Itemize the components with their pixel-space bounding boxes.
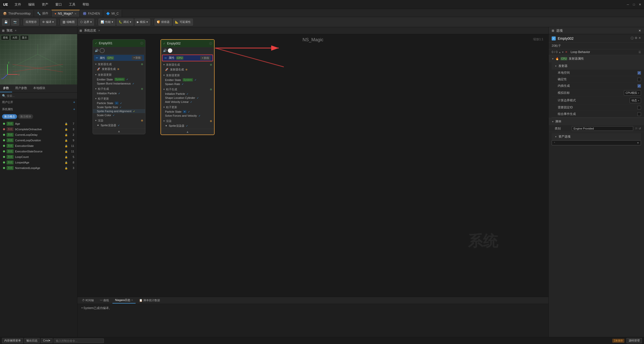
script-refresh-icon[interactable]: ↺	[639, 127, 641, 130]
add-stage-btn-002[interactable]: + 阶段	[200, 56, 211, 60]
node-empty001-particle-gen-header[interactable]: ▼ 粒子生成 ⊕	[93, 87, 145, 91]
bounds-mode-dropdown[interactable]: 动态 ▾	[630, 98, 641, 103]
bottom-tab-timeline[interactable]: ⏱ 时间轴	[79, 297, 96, 303]
bottom-tab-script-stats[interactable]: 📋 脚本统计数据	[137, 297, 163, 303]
script-section-header[interactable]: ▼ 脚本	[549, 118, 644, 125]
tab-local-module[interactable]: 本地模块	[30, 84, 48, 92]
loop-settings-icon[interactable]: ☰	[638, 51, 641, 54]
minimize-button[interactable]: ─	[626, 3, 630, 7]
tab-nsmagic[interactable]: ● NS_Magic* ✕	[52, 10, 80, 17]
node-empty002-expand-button[interactable]: ▲	[161, 129, 214, 135]
particle-gen-add-002[interactable]: ⊕	[210, 88, 212, 91]
emitter-info-icon[interactable]: ⓘ	[631, 36, 634, 40]
emitter-subsection-header[interactable]: ▼ 发射器	[552, 62, 644, 70]
user-public-add-button[interactable]: +	[73, 100, 75, 104]
preview-close-button[interactable]: ✕	[15, 29, 17, 32]
node-empty001-emitter-gen-header[interactable]: ▼ 发射器生成 ⊕	[93, 62, 145, 67]
counter-reset-button[interactable]: ✕	[565, 50, 568, 54]
niagara-log-close-icon[interactable]: ✕	[131, 299, 133, 302]
emitter-props-section-header[interactable]: ▼ 🔥 CPU 发射器属性	[549, 55, 644, 62]
node-empty002-emitter-gen-header[interactable]: ▼ 发射器生成 ⊕	[161, 62, 214, 67]
tab-fazhen[interactable]: 🎆 FAZHEN	[80, 10, 103, 17]
counter-up-button[interactable]: ▲	[558, 51, 561, 54]
tab-plugin[interactable]: 🔧 插件	[34, 10, 52, 17]
menu-help[interactable]: 帮助	[81, 1, 91, 8]
node-empty002-render-header[interactable]: ▼ 渲染 ⊕	[161, 119, 214, 123]
cmd-input[interactable]	[54, 338, 104, 343]
tab-user-params[interactable]: 用户参数	[12, 84, 30, 92]
tab-mic[interactable]: 🔷 MI_C	[103, 10, 122, 17]
node-empty002-emitter-update-header[interactable]: ▼ 发射器更新	[161, 73, 214, 78]
render-add-002[interactable]: ⊕	[210, 119, 212, 123]
bottom-content: • System已成功编译。	[77, 304, 548, 337]
save-button[interactable]: 💾	[2, 19, 10, 26]
concept-active-button[interactable]: 激活概念	[2, 114, 17, 119]
tab-nsmagic-close[interactable]: ✕	[74, 12, 76, 15]
particle-state-label-002: Particle State	[165, 110, 181, 113]
maximize-button[interactable]: □	[632, 3, 636, 7]
cmd-button[interactable]: Cmd▾	[41, 338, 53, 343]
emitter-gen-add-002[interactable]: ⊕	[210, 63, 212, 66]
compile-button[interactable]: ⚙ 编译 ▾	[40, 19, 56, 26]
node-empty002-particle-update-header[interactable]: ▼ 粒子更新	[161, 105, 214, 110]
preview-viewport[interactable]: 透视 光照 显示 X Z Y	[0, 34, 77, 84]
deterministic-checkbox[interactable]	[637, 78, 641, 81]
menu-file[interactable]: 文件	[13, 1, 23, 8]
node-empty001-attr-btn[interactable]: ✏ 属性 CPU + 阶段	[94, 55, 144, 61]
bottom-tab-niagara-log[interactable]: Niagara日志 ✕	[112, 297, 136, 304]
options-close-button[interactable]: ✕	[638, 29, 641, 32]
baker-button[interactable]: 🍞 烘焙器	[154, 19, 172, 26]
debug-button[interactable]: 🐛 调试 ▾	[116, 19, 134, 26]
node-empty002-particle-gen-header[interactable]: ▼ 粒子生成 ⊕	[161, 87, 214, 92]
node-empty002[interactable]: ✓ Empty002 ⓘ 🔊 ✏ 属性 CPU + 阶段	[160, 39, 215, 135]
bottom-tab-curve[interactable]: 〰 曲线	[97, 297, 111, 303]
simulate-button[interactable]: ▶ 模拟 ▾	[135, 19, 150, 26]
node-empty001-expand-button[interactable]: ▲	[93, 128, 145, 134]
node-empty001-speaker-icon: 🔊	[95, 49, 99, 52]
combined-event-checkbox[interactable]	[637, 112, 641, 116]
menu-window[interactable]: 窗口	[54, 1, 63, 8]
concept-module-button[interactable]: 激活模块	[18, 114, 33, 119]
need-fixed-id-checkbox[interactable]	[637, 106, 641, 109]
canvas-area[interactable]: NS_Magic 缩放1:1 系统 ✓ Empty001 ⓘ 🔊 ✏ 属性	[77, 34, 548, 297]
sysoverview-title: 系统总览	[84, 28, 96, 33]
node-empty001-particle-update-header[interactable]: ▼ 粒子更新	[93, 96, 145, 101]
tab-thirdpersonmap[interactable]: 📦 ThirdPersonMap	[0, 10, 34, 17]
sim-target-dropdown[interactable]: CPU模拟 ▾	[624, 90, 641, 96]
interpolated-spawn-checkbox[interactable]	[637, 84, 641, 88]
close-button[interactable]: ✕	[638, 3, 642, 7]
source-control-button[interactable]: 源码管理	[626, 338, 642, 343]
node-empty001[interactable]: ✓ Empty001 ⓘ 🔊 ✏ 属性 CPU + 阶段	[93, 39, 145, 134]
thumbnail-button[interactable]: 🖼 缩略图	[60, 19, 77, 26]
apply-stash-label: 应用暂存	[26, 20, 37, 24]
node-empty001-render-header[interactable]: ▼ 渲染 ⊕	[93, 118, 145, 123]
emitter-gen-add-icon[interactable]: ⊕	[141, 63, 143, 66]
scalability-button[interactable]: 📐 可延展性	[173, 19, 193, 26]
add-stage-btn-001[interactable]: + 阶段	[132, 56, 142, 60]
bounds-button[interactable]: ⬡ 边界 ▾	[78, 19, 94, 26]
asset-section-header[interactable]: ▼ 资产选项	[552, 133, 641, 140]
emitter-settings-icon[interactable]: ⚙	[635, 36, 637, 40]
script-flag-icon[interactable]: ⚐	[635, 127, 638, 130]
content-sidebar-button[interactable]: 内容侧滑菜单	[2, 338, 23, 343]
menu-asset[interactable]: 资产	[40, 1, 50, 8]
search-input[interactable]	[7, 94, 75, 97]
screenshot-button[interactable]: 📷	[11, 19, 19, 26]
counter-down-button[interactable]: ▼	[561, 51, 564, 54]
node-empty002-attr-highlighted[interactable]: ✏ 属性 CPU + 阶段	[162, 55, 213, 61]
perf-button[interactable]: 📊 性能 ▾	[98, 19, 115, 26]
asset-dropdown[interactable]: * ▾	[552, 140, 641, 145]
menu-edit[interactable]: 编辑	[27, 1, 36, 8]
apply-stash-button[interactable]: 应用暂存	[23, 19, 39, 26]
output-log-button[interactable]: 输出日志	[24, 338, 40, 343]
tab-params[interactable]: 参数	[0, 84, 12, 92]
emitter-close-icon[interactable]: ✕	[638, 36, 641, 40]
render-add-001[interactable]: ⊕	[141, 119, 143, 122]
node-empty001-emitter-update-header[interactable]: ▼ 发射器更新	[93, 72, 145, 77]
sysoverview-close-button[interactable]: ✕	[98, 29, 100, 32]
particle-gen-add-icon[interactable]: ⊕	[141, 87, 143, 91]
system-props-add-button[interactable]: +	[73, 107, 75, 111]
menu-tools[interactable]: 工具	[67, 1, 77, 8]
thumbnail-label: 缩略图	[66, 20, 75, 24]
local-space-checkbox[interactable]	[637, 71, 641, 75]
